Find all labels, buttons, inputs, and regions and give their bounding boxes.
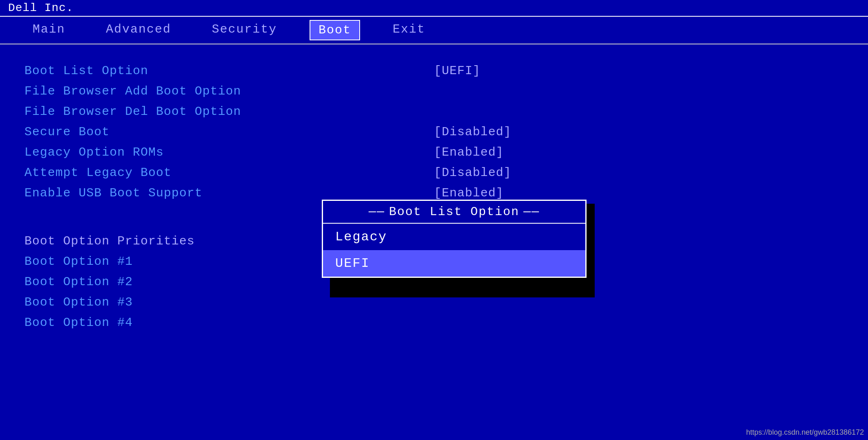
bios-menu: Boot List Option [UEFI] File Browser Add… [0, 44, 868, 349]
menu-value-boot-list-option: [UEFI] [434, 61, 844, 81]
menu-item-file-browser-del[interactable]: File Browser Del Boot Option [24, 101, 434, 122]
menu-value-boot-option-1: [ubuntu] [434, 251, 844, 272]
watermark: https://blog.csdn.net/gwb281386172 [746, 428, 864, 437]
tab-exit[interactable]: Exit [385, 20, 433, 40]
menu-item-boot-option-3[interactable]: Boot Option #3 [24, 292, 434, 312]
top-bar: Dell Inc. [0, 0, 868, 17]
menu-item-secure-boot[interactable]: Secure Boot [24, 122, 434, 142]
menu-item-boot-option-1[interactable]: Boot Option #1 [24, 251, 434, 272]
menu-value-usb-boot: [Enabled] [434, 183, 844, 203]
tab-security[interactable]: Security [204, 20, 285, 40]
menu-value-secure-boot: [Disabled] [434, 122, 844, 142]
menu-item-legacy-roms[interactable]: Legacy Option ROMs [24, 142, 434, 163]
tab-main[interactable]: Main [24, 20, 73, 40]
menu-header-boot-priorities: Boot Option Priorities [24, 220, 434, 251]
tab-boot[interactable]: Boot [310, 20, 360, 40]
nav-tabs: Main Advanced Security Boot Exit [0, 17, 868, 44]
menu-item-boot-option-4[interactable]: Boot Option #4 [24, 312, 434, 333]
tab-advanced[interactable]: Advanced [98, 20, 179, 40]
menu-item-boot-option-2[interactable]: Boot Option #2 [24, 272, 434, 292]
menu-item-usb-boot[interactable]: Enable USB Boot Support [24, 183, 434, 203]
menu-value-attempt-legacy-boot: [Disabled] [434, 163, 844, 183]
company-name: Dell Inc. [8, 2, 73, 14]
menu-item-boot-list-option[interactable]: Boot List Option [24, 61, 434, 81]
menu-item-file-browser-add[interactable]: File Browser Add Boot Option [24, 81, 434, 101]
menu-item-attempt-legacy-boot[interactable]: Attempt Legacy Boot [24, 163, 434, 183]
menu-value-legacy-roms: [Enabled] [434, 142, 844, 163]
